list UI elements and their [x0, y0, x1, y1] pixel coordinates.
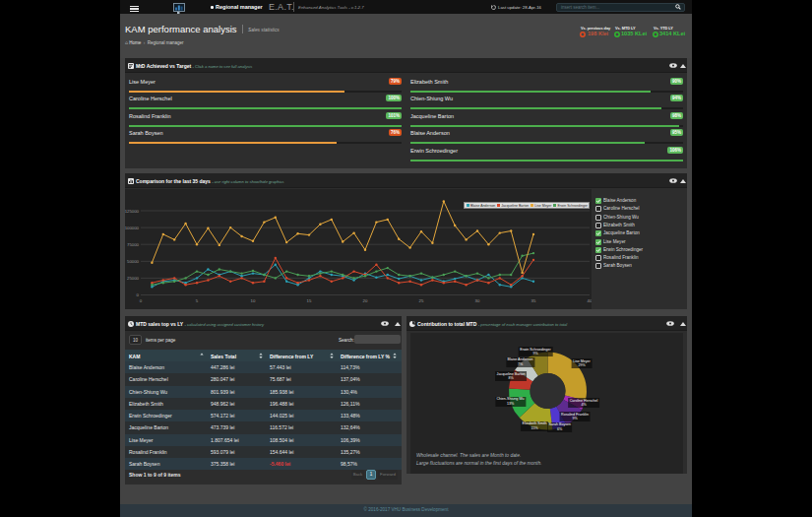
svg-text:20: 20: [363, 298, 368, 303]
svg-text:0: 0: [140, 298, 143, 303]
svg-text:5: 5: [196, 298, 199, 303]
svg-text:75000: 75000: [127, 242, 140, 247]
svg-text:100000: 100000: [125, 226, 140, 230]
svg-text:30: 30: [475, 298, 480, 303]
svg-text:10: 10: [251, 298, 256, 303]
svg-text:35: 35: [531, 298, 536, 303]
svg-text:40: 40: [588, 298, 592, 303]
svg-text:0: 0: [137, 292, 140, 297]
svg-text:25: 25: [419, 298, 424, 303]
svg-text:15: 15: [307, 298, 312, 303]
svg-text:125000: 125000: [125, 209, 140, 214]
svg-text:50000: 50000: [127, 259, 140, 264]
svg-text:25000: 25000: [127, 276, 140, 281]
